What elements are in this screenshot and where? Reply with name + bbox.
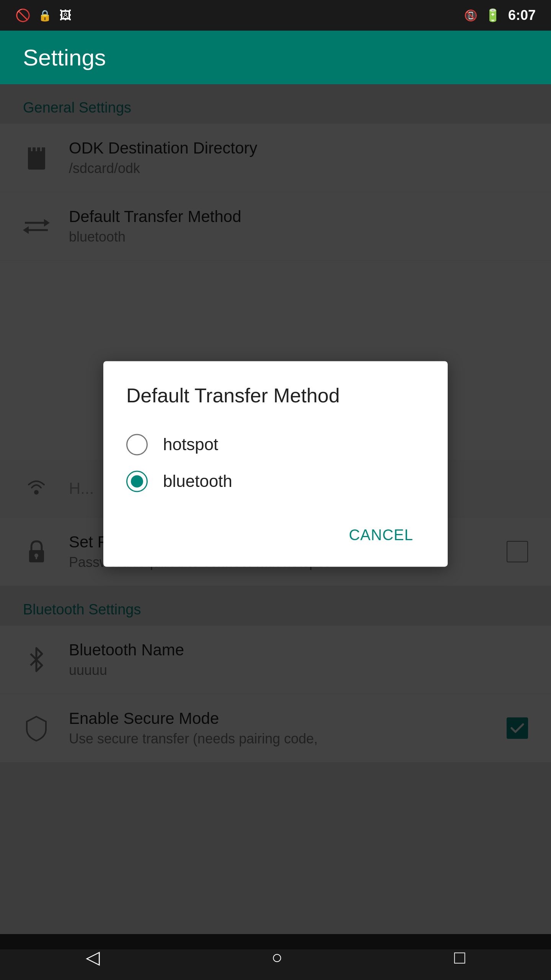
- home-circle-icon[interactable]: ○: [271, 947, 282, 968]
- app-bar-title: Settings: [23, 44, 106, 71]
- bluetooth-radio-inner: [131, 475, 143, 488]
- settings-content: General Settings ODK Destination Directo…: [0, 84, 551, 949]
- status-time: 6:07: [508, 7, 536, 23]
- no-signal-icon: 📵: [464, 9, 478, 22]
- bluetooth-radio-button[interactable]: [126, 471, 148, 492]
- recent-square-icon[interactable]: □: [454, 947, 465, 968]
- cancel-button[interactable]: CANCEL: [337, 519, 425, 552]
- hotspot-radio-button[interactable]: [126, 434, 148, 456]
- app-bar: Settings: [0, 31, 551, 84]
- status-bar: 🚫 🔒 🖼 📵 🔋 6:07: [0, 0, 551, 31]
- hotspot-radio-option[interactable]: hotspot: [126, 426, 425, 463]
- bluetooth-radio-option[interactable]: bluetooth: [126, 463, 425, 500]
- back-arrow-icon[interactable]: ◁: [86, 946, 100, 968]
- dialog-title: Default Transfer Method: [126, 384, 425, 407]
- image-icon: 🖼: [59, 8, 72, 23]
- vpn-icon: 🔒: [38, 9, 52, 22]
- bluetooth-radio-label: bluetooth: [163, 472, 232, 491]
- sim-off-icon: 🚫: [15, 8, 31, 23]
- hotspot-radio-label: hotspot: [163, 435, 218, 454]
- transfer-method-dialog: Default Transfer Method hotspot bluetoot…: [103, 361, 448, 567]
- status-bar-right: 📵 🔋 6:07: [464, 7, 536, 23]
- status-bar-left: 🚫 🔒 🖼: [15, 8, 72, 23]
- battery-icon: 🔋: [485, 8, 500, 23]
- dialog-actions: CANCEL: [126, 519, 425, 552]
